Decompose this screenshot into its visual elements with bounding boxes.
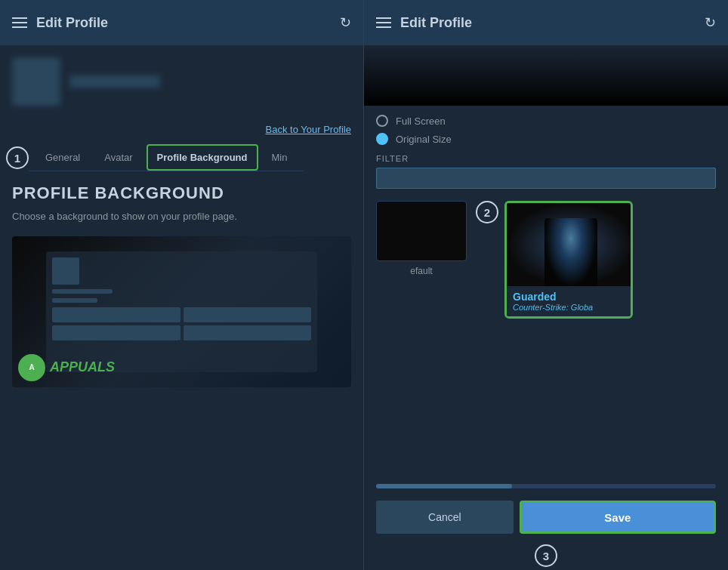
tab-general[interactable]: General [35,144,91,171]
soldier-silhouette-icon [544,218,597,286]
image-preview-bar [364,45,728,106]
step3-row: 3 [364,543,728,570]
left-menu-icon[interactable] [12,17,27,28]
preview-block-4 [184,325,312,340]
filter-input[interactable] [376,168,716,189]
avatar [12,57,60,106]
tabs-row: 1 General Avatar Profile Background Min [0,138,363,171]
cancel-button[interactable]: Cancel [376,501,514,534]
full-screen-radio[interactable] [376,115,388,127]
original-size-label: Original Size [396,134,452,145]
left-refresh-icon[interactable]: ↻ [340,14,351,31]
original-size-option[interactable]: Original Size [376,133,716,145]
appuals-logo-icon: A [18,354,45,381]
appuals-watermark: A APPUALS [18,354,115,381]
size-options: Full Screen Original Size [364,106,728,154]
left-header: Edit Profile ↻ [0,0,363,45]
preview-avatar [52,257,79,285]
right-header-title: Edit Profile [400,15,472,31]
step3-circle: 3 [535,544,557,567]
bg-default-label: efault [410,266,432,276]
preview-line-1 [52,289,113,294]
right-header: Edit Profile ↻ [364,0,728,45]
backgrounds-area: efault 2 Guarded Counter-Strike: Globa [364,195,728,481]
bg-item-default[interactable]: efault [376,201,467,475]
left-panel: Edit Profile ↻ Back to Your Profile 1 Ge… [0,0,364,570]
profile-bg-preview: A APPUALS [12,236,351,387]
right-refresh-icon[interactable]: ↻ [705,14,716,31]
guarded-name: Guarded [513,291,625,303]
profile-bg-content: PROFILE BACKGROUND Choose a background t… [0,171,363,570]
step1-circle: 1 [6,146,29,169]
preview-grid [52,307,311,340]
scroll-thumb[interactable] [376,484,512,488]
step2-circle: 2 [476,201,498,223]
preview-block-2 [184,307,312,322]
tab-avatar[interactable]: Avatar [94,144,143,171]
right-menu-icon[interactable] [376,17,391,28]
profile-bg-desc: Choose a background to show on your prof… [12,209,351,224]
save-button[interactable]: Save [520,501,716,534]
bottom-buttons: Cancel Save [364,491,728,543]
preview-line-2 [52,298,97,303]
scroll-track[interactable] [376,484,716,488]
appuals-brand-text: APPUALS [50,359,115,375]
filter-section: FILTER [364,154,728,195]
tab-profile-background[interactable]: Profile Background [147,144,258,171]
full-screen-option[interactable]: Full Screen [376,115,716,127]
preview-block-3 [52,325,180,340]
profile-section [0,45,363,118]
guarded-bg-item[interactable]: Guarded Counter-Strike: Globa [504,201,633,319]
back-link-area: Back to Your Profile [0,118,363,138]
filter-label: FILTER [376,154,716,163]
guarded-preview [507,203,633,286]
bg-default-preview [376,201,467,261]
profile-bg-title: PROFILE BACKGROUND [12,183,351,203]
tabs: General Avatar Profile Background Min [29,144,304,171]
original-size-radio[interactable] [376,133,388,145]
tab-min[interactable]: Min [261,144,298,171]
right-panel: Edit Profile ↻ Full Screen Original Size… [364,0,728,570]
preview-block-1 [52,307,180,322]
full-screen-label: Full Screen [396,116,446,127]
guarded-info: Guarded Counter-Strike: Globa [507,286,631,316]
left-header-title: Edit Profile [36,15,108,31]
scroll-bar-area[interactable] [364,481,728,491]
step2-area: 2 Guarded Counter-Strike: Globa [476,201,633,475]
image-preview-area [364,45,728,106]
username-placeholder [69,75,160,88]
back-to-profile-link[interactable]: Back to Your Profile [266,124,351,135]
guarded-game: Counter-Strike: Globa [513,303,625,312]
